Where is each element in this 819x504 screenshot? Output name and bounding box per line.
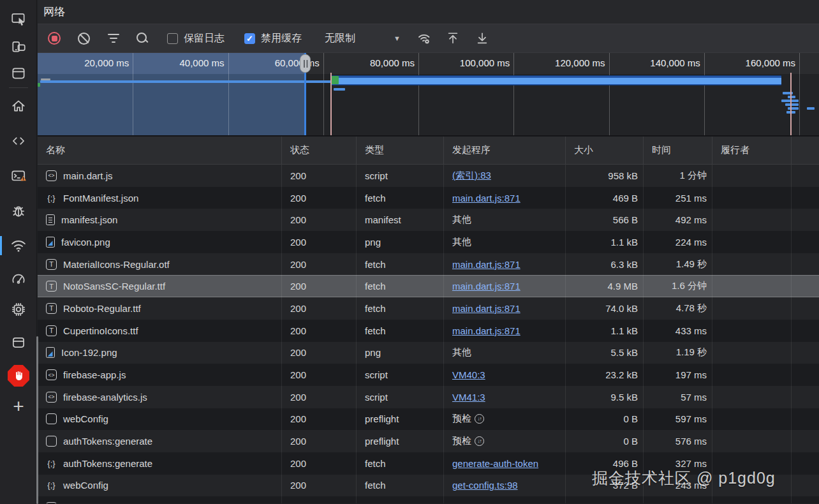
- record-icon[interactable]: [48, 32, 61, 45]
- fulfilled-cell: [712, 364, 792, 386]
- column-header-status[interactable]: 状态: [282, 137, 357, 164]
- scrollbar-thumb[interactable]: [36, 336, 38, 504]
- import-har-icon[interactable]: [446, 31, 460, 45]
- device-toolbar-icon[interactable]: [0, 33, 37, 61]
- row-spacer: [792, 209, 819, 231]
- request-name: webConfig: [63, 480, 108, 491]
- initiator-link[interactable]: (索引):83: [452, 170, 491, 182]
- network-wifi-icon[interactable]: [0, 232, 37, 260]
- preflight-arrows-icon: ↓↑: [475, 436, 484, 446]
- network-conditions-icon[interactable]: [417, 31, 432, 46]
- timeline-overview[interactable]: 20,000 ms40,000 ms60,000 ms80,000 ms100,…: [38, 53, 819, 137]
- request-name: main.dart.js: [63, 170, 113, 181]
- initiator-link[interactable]: main.dart.js:871: [452, 193, 520, 204]
- fulfilled-cell: [712, 297, 792, 320]
- disable-cache-toggle[interactable]: ✓ 禁用缓存: [244, 32, 302, 45]
- column-header-name[interactable]: 名称: [38, 137, 282, 164]
- throttling-select[interactable]: 无限制: [325, 32, 355, 45]
- table-row[interactable]: [38, 496, 819, 503]
- table-row[interactable]: T NotoSansSC-Regular.ttf 200 fetch main.…: [38, 275, 819, 297]
- time-cell: 224 ms: [644, 231, 712, 253]
- initiator-link[interactable]: VM41:3: [452, 392, 485, 403]
- name-cell: {;} authTokens:generate: [38, 452, 282, 475]
- request-name: authTokens:generate: [63, 436, 152, 447]
- size-cell: 9.5 kB: [566, 386, 644, 408]
- performance-gauge-icon[interactable]: [0, 265, 37, 293]
- row-spacer: [792, 364, 819, 386]
- load-event-marker: [790, 73, 792, 135]
- table-row[interactable]: manifest.json 200 manifest 其他 566 B 492 …: [38, 209, 819, 231]
- clear-icon[interactable]: [78, 33, 90, 45]
- waterfall-bar: [38, 83, 40, 87]
- table-row[interactable]: T CupertinoIcons.ttf 200 fetch main.dart…: [38, 320, 819, 342]
- status-cell: 200: [282, 430, 357, 452]
- column-header-size[interactable]: 大小: [566, 137, 644, 164]
- json-file-icon: {;}: [46, 193, 57, 204]
- filter-icon[interactable]: [108, 34, 119, 43]
- add-plus-icon[interactable]: +: [0, 392, 37, 420]
- table-row[interactable]: T Roboto-Regular.ttf 200 fetch main.dart…: [38, 297, 819, 320]
- export-har-icon[interactable]: [475, 31, 489, 45]
- code-icon[interactable]: [0, 127, 37, 155]
- table-row[interactable]: <> firebase-app.js 200 script VM40:3 23.…: [38, 364, 819, 386]
- row-spacer: [792, 253, 819, 276]
- name-cell: T CupertinoIcons.ttf: [38, 320, 282, 342]
- table-row[interactable]: <> main.dart.js 200 script (索引):83 958 k…: [38, 165, 819, 187]
- initiator-link[interactable]: main.dart.js:871: [452, 325, 520, 336]
- waterfall-bar: [40, 80, 332, 83]
- initiator-link[interactable]: VM40:3: [452, 369, 485, 380]
- fulfilled-cell: [712, 187, 792, 209]
- waterfall-bar: [785, 103, 799, 106]
- console-warning-icon[interactable]: [0, 162, 37, 190]
- table-row[interactable]: <> firebase-analytics.js 200 script VM41…: [38, 386, 819, 408]
- table-row[interactable]: authTokens:generate 200 preflight 预检↓↑ 0…: [38, 430, 819, 452]
- time-cell: 1.49 秒: [644, 253, 712, 276]
- debug-bug-icon[interactable]: [0, 197, 37, 225]
- type-cell: script: [357, 364, 444, 386]
- request-name: FontManifest.json: [63, 193, 138, 204]
- search-icon[interactable]: [136, 32, 149, 45]
- disable-cache-checkbox[interactable]: ✓: [244, 33, 255, 44]
- initiator-cell: main.dart.js:871: [444, 253, 566, 276]
- initiator-link[interactable]: get-config.ts:98: [452, 480, 518, 491]
- row-spacer: [792, 452, 819, 475]
- column-header-fulfilled[interactable]: 履行者: [712, 137, 792, 164]
- column-header-type[interactable]: 类型: [357, 137, 444, 164]
- preserve-log-label: 保留日志: [184, 32, 225, 45]
- initiator-cell: 预检↓↑: [444, 430, 566, 452]
- name-cell: favicon.png: [38, 231, 282, 253]
- size-cell: 0 B: [566, 408, 644, 431]
- type-cell: fetch: [357, 253, 444, 276]
- inspect-icon[interactable]: [0, 5, 37, 33]
- initiator-link[interactable]: main.dart.js:871: [452, 259, 520, 270]
- size-cell: 566 B: [566, 209, 644, 231]
- dropdown-caret-icon[interactable]: ▼: [394, 34, 401, 42]
- status-cell: 200: [282, 408, 357, 431]
- table-row[interactable]: T MaterialIcons-Regular.otf 200 fetch ma…: [38, 253, 819, 276]
- requests-body: <> main.dart.js 200 script (索引):83 958 k…: [38, 165, 819, 503]
- type-cell: fetch: [357, 475, 444, 497]
- column-header-time[interactable]: 时间: [644, 137, 712, 164]
- disable-cache-label: 禁用缓存: [261, 32, 302, 45]
- table-row[interactable]: {;} FontManifest.json 200 fetch main.dar…: [38, 187, 819, 209]
- preserve-log-toggle[interactable]: 保留日志: [167, 32, 225, 45]
- browser-window-icon[interactable]: [0, 59, 37, 87]
- image-file-icon: [46, 237, 55, 248]
- memory-chip-icon[interactable]: [0, 295, 37, 323]
- activity-sidebar: +: [0, 0, 37, 504]
- doc-file-icon: [46, 214, 55, 225]
- preserve-log-checkbox[interactable]: [167, 33, 178, 44]
- application-window-icon[interactable]: [0, 329, 37, 357]
- initiator-link[interactable]: main.dart.js:871: [452, 303, 520, 314]
- size-cell: 4.9 MB: [566, 275, 644, 297]
- block-hand-icon[interactable]: [0, 362, 37, 390]
- selection-drag-handle[interactable]: [300, 54, 311, 73]
- initiator-link[interactable]: main.dart.js:871: [452, 281, 520, 292]
- waterfall-bar: [788, 96, 795, 98]
- table-row[interactable]: webConfig 200 preflight 预检↓↑ 0 B 597 ms: [38, 408, 819, 431]
- home-icon[interactable]: [0, 92, 37, 120]
- initiator-link[interactable]: generate-auth-token: [452, 458, 538, 469]
- table-row[interactable]: favicon.png 200 png 其他 1.1 kB 224 ms: [38, 231, 819, 253]
- table-row[interactable]: Icon-192.png 200 png 其他 5.5 kB 1.19 秒: [38, 342, 819, 364]
- column-header-initiator[interactable]: 发起程序: [444, 137, 566, 164]
